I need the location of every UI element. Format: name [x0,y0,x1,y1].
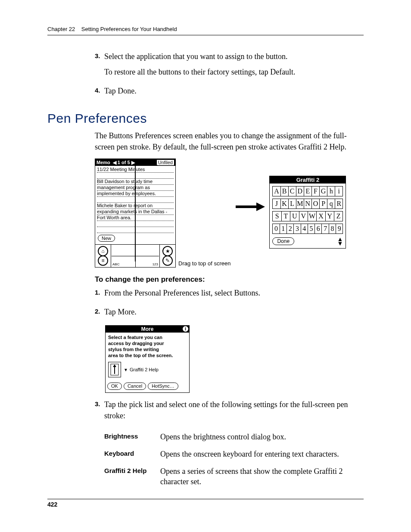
memo-new-button[interactable]: New [98,235,115,242]
step-body: Select the application that you want to … [104,51,364,82]
step-text: Tap Done. [104,85,364,96]
setting-term: Keyboard [104,449,160,459]
step-text: To restore all the buttons to their fact… [104,66,364,78]
memo-title-label: Memo [97,160,110,165]
info-icon[interactable]: i [183,326,188,332]
setting-term: Brightness [104,432,160,442]
step-body: Tap Done. [104,85,364,101]
step-number: 3. [95,399,104,426]
find-silk-icon[interactable]: ✎ [162,255,173,266]
section-heading: Pen Preferences [47,111,364,126]
home-silk-icon[interactable]: ⌂ [98,246,108,256]
more-instruction: access by dragging your [108,340,187,346]
drag-caption: Drag to top of screen [178,260,230,268]
more-instruction: stylus from the writing [108,346,187,352]
memo-navigator[interactable]: ◀ 1 of 5 ▶ [113,160,135,165]
graffiti-screen: Graffiti 2 ABCDEFGhi JKLMNOPqR STUVWXYZ … [269,176,346,249]
setting-term: Graffiti 2 Help [104,466,160,487]
step-number: 2. [95,306,104,322]
setting-desc: Opens the brightness control dialog box. [160,432,364,442]
setting-desc: Opens the onscreen keyboard for entering… [160,449,364,459]
step-text: Tap More. [104,306,364,317]
step-text: From the Personal Preferences list, sele… [104,287,364,299]
step-number: 1. [95,287,104,303]
memo-screen: Memo ◀ 1 of 5 ▶ Unfiled 11/22 Meeting Mi… [95,159,176,268]
dropdown-caret-icon[interactable]: ▼ [124,367,128,372]
drag-indicator-line [135,166,136,261]
step-number: 4. [95,85,104,101]
arrow-icon [230,159,269,212]
cancel-button[interactable]: Cancel [124,383,146,390]
figure-pen-stroke: Memo ◀ 1 of 5 ▶ Unfiled 11/22 Meeting Mi… [95,159,364,268]
graffiti-row: ABCDEFGhi [272,186,343,196]
drag-stroke-icon [108,362,121,377]
more-title-label: More [141,326,154,332]
settings-table: Brightness Opens the brightness control … [104,432,364,487]
menu-silk-icon[interactable]: ≡ [98,255,108,266]
step-number: 3. [95,51,104,82]
hotsync-button[interactable]: HotSync… [148,383,178,390]
scroll-arrows-icon[interactable]: ▲▼ [337,237,343,246]
svg-marker-4 [113,364,116,367]
page-number: 422 [47,499,364,508]
abc-label: ABC [112,262,119,266]
chapter-title: Setting Preferences for Your Handheld [81,26,177,32]
more-instruction: area to the top of the screen. [108,352,187,358]
ok-button[interactable]: OK [107,383,122,390]
step-text: Select the application that you want to … [104,51,364,62]
step-text: Tap the pick list and select one of the … [104,399,364,421]
chapter-label: Chapter 22 [47,26,75,32]
num-label: 123 [153,262,158,266]
graffiti-row: 0123456789 [272,224,343,234]
setting-desc: Opens a series of screens that show the … [160,466,364,487]
graffiti-done-button[interactable]: Done [272,237,294,245]
more-instruction: Select a feature you can [108,334,187,340]
favorite-silk-icon[interactable]: ★ [162,246,173,256]
more-dialog: More i Select a feature you can access b… [105,325,190,393]
running-header: Chapter 22 Setting Preferences for Your … [47,26,364,35]
graffiti-row: STUVWXYZ [272,211,343,221]
more-dropdown[interactable]: Graffiti 2 Help [130,367,159,372]
graffiti-title: Graffiti 2 [270,176,346,184]
memo-category[interactable]: Unfiled [157,160,174,165]
procedure-subhead: To change the pen preferences: [95,275,364,284]
graffiti-row: JKLMNOPqR [272,199,343,209]
section-intro: The Buttons Preferences screen enables y… [95,130,364,152]
svg-marker-1 [256,202,265,211]
